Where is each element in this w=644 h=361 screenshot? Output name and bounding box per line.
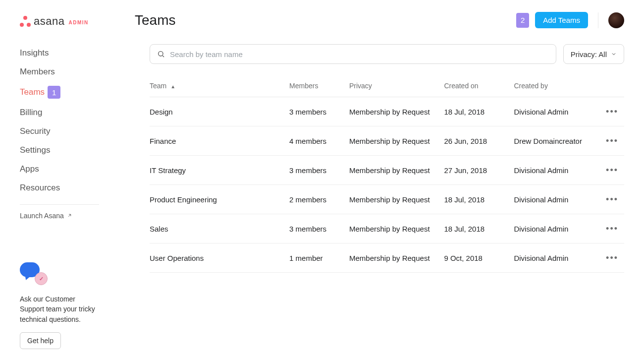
add-teams-button[interactable]: Add Teams [535, 12, 588, 28]
col-members[interactable]: Members [289, 76, 349, 97]
col-privacy[interactable]: Privacy [349, 76, 444, 97]
launch-asana-link[interactable]: Launch Asana [20, 212, 114, 220]
svg-line-1 [162, 56, 164, 57]
sidebar-item-resources[interactable]: Resources [20, 179, 114, 197]
brand-badge: ADMIN [68, 20, 88, 25]
chevron-down-icon [611, 50, 617, 59]
sidebar-item-label: Apps [20, 164, 39, 174]
row-more-button[interactable]: ••• [604, 134, 620, 147]
cell-privacy: Membership by Request [349, 156, 444, 185]
cell-created-on: 18 Jul, 2018 [444, 214, 514, 243]
teams-table-wrap: Team ▲ Members Privacy Created on Create… [150, 76, 624, 273]
cell-created-by: Divisional Admin [514, 156, 603, 185]
more-icon: ••• [606, 224, 618, 234]
teams-table: Team ▲ Members Privacy Created on Create… [150, 76, 624, 273]
cell-actions: ••• [604, 243, 624, 273]
cell-team: Sales [150, 214, 289, 243]
brand-name: asana [34, 15, 64, 28]
row-more-button[interactable]: ••• [604, 105, 620, 118]
row-more-button[interactable]: ••• [604, 164, 620, 177]
cell-members: 4 members [289, 126, 349, 156]
sidebar-nav: InsightsMembersTeams1BillingSecuritySett… [20, 44, 114, 197]
table-row[interactable]: Design3 membersMembership by Request18 J… [150, 97, 624, 126]
cell-actions: ••• [604, 126, 624, 156]
cell-team: IT Strategy [150, 156, 289, 185]
sidebar-item-billing[interactable]: Billing [20, 103, 114, 122]
cell-created-on: 18 Jul, 2018 [444, 185, 514, 214]
sidebar-item-security[interactable]: Security [20, 122, 114, 141]
svg-point-0 [159, 52, 163, 56]
cell-team: User Operations [150, 243, 289, 273]
search-input[interactable] [170, 50, 549, 59]
sidebar-item-label: Settings [20, 145, 50, 155]
header-badge: 2 [516, 13, 529, 28]
get-help-button[interactable]: Get help [20, 332, 61, 349]
sidebar-item-label: Resources [20, 183, 60, 193]
sidebar-item-label: Members [20, 67, 55, 77]
cell-team: Product Engineering [150, 185, 289, 214]
search-icon [157, 50, 165, 58]
support-text: Ask our Customer Support team your trick… [20, 294, 99, 324]
cell-actions: ••• [604, 185, 624, 214]
cell-team: Finance [150, 126, 289, 156]
cell-members: 3 members [289, 214, 349, 243]
sort-asc-icon: ▲ [170, 84, 175, 89]
search-wrap[interactable] [150, 44, 556, 64]
cell-team: Design [150, 97, 289, 126]
support-box: Ask our Customer Support team your trick… [20, 262, 114, 349]
privacy-filter[interactable]: Privacy: All [563, 44, 624, 64]
cell-privacy: Membership by Request [349, 126, 444, 156]
col-actions [604, 76, 624, 97]
cell-created-by: Divisional Admin [514, 243, 603, 273]
sidebar-item-settings[interactable]: Settings [20, 141, 114, 160]
brand-logo[interactable]: asana ADMIN [20, 15, 114, 28]
more-icon: ••• [606, 107, 618, 117]
col-created-by[interactable]: Created by [514, 76, 603, 97]
table-row[interactable]: Sales3 membersMembership by Request18 Ju… [150, 214, 624, 243]
chat-icon [20, 262, 48, 285]
sidebar-item-label: Security [20, 126, 50, 136]
table-row[interactable]: Product Engineering2 membersMembership b… [150, 185, 624, 214]
privacy-filter-label: Privacy: All [571, 50, 607, 59]
vertical-divider [598, 12, 598, 28]
asana-dots-icon [20, 16, 31, 27]
sidebar-item-label: Teams [20, 87, 45, 97]
cell-created-on: 9 Oct, 2018 [444, 243, 514, 273]
table-row[interactable]: User Operations1 memberMembership by Req… [150, 243, 624, 273]
cell-created-by: Drew Domaincreator [514, 126, 603, 156]
cell-members: 2 members [289, 185, 349, 214]
launch-asana-label: Launch Asana [20, 212, 64, 220]
row-more-button[interactable]: ••• [604, 251, 620, 264]
cell-actions: ••• [604, 214, 624, 243]
cell-created-on: 26 Jun, 2018 [444, 126, 514, 156]
col-team[interactable]: Team ▲ [150, 76, 289, 97]
sidebar-item-badge: 1 [48, 86, 60, 99]
row-more-button[interactable]: ••• [604, 222, 620, 235]
sidebar-item-apps[interactable]: Apps [20, 160, 114, 179]
cell-created-by: Divisional Admin [514, 97, 603, 126]
external-link-icon [67, 213, 72, 219]
cell-created-by: Divisional Admin [514, 185, 603, 214]
table-row[interactable]: Finance4 membersMembership by Request26 … [150, 126, 624, 156]
more-icon: ••• [606, 194, 618, 204]
avatar[interactable] [608, 12, 624, 28]
cell-actions: ••• [604, 97, 624, 126]
cell-privacy: Membership by Request [349, 214, 444, 243]
row-more-button[interactable]: ••• [604, 193, 620, 206]
topbar: Teams 2 Add Teams [135, 12, 624, 28]
sidebar-divider [20, 204, 99, 205]
cell-privacy: Membership by Request [349, 185, 444, 214]
more-icon: ••• [606, 253, 618, 263]
sidebar-item-teams[interactable]: Teams1 [20, 81, 114, 103]
cell-members: 3 members [289, 156, 349, 185]
cell-members: 3 members [289, 97, 349, 126]
table-row[interactable]: IT Strategy3 membersMembership by Reques… [150, 156, 624, 185]
cell-created-on: 27 Jun, 2018 [444, 156, 514, 185]
col-created-on[interactable]: Created on [444, 76, 514, 97]
sidebar-item-members[interactable]: Members [20, 62, 114, 81]
sidebar-item-label: Billing [20, 108, 42, 118]
cell-actions: ••• [604, 156, 624, 185]
sidebar-item-insights[interactable]: Insights [20, 44, 114, 62]
col-team-label: Team [150, 82, 166, 90]
cell-created-by: Divisional Admin [514, 214, 603, 243]
